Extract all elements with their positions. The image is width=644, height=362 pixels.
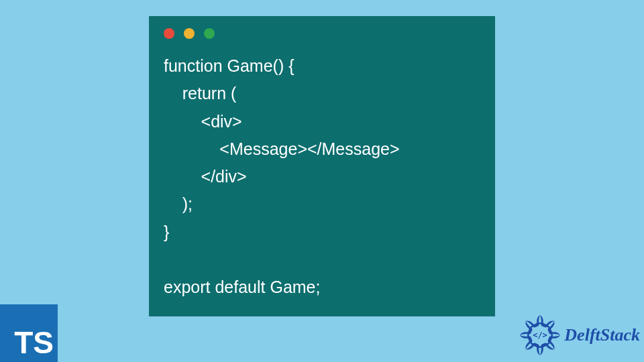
code-line: <Message></Message> xyxy=(164,139,400,158)
window-close-icon xyxy=(164,28,174,39)
code-line: <div> xyxy=(164,112,242,131)
code-block: function Game() { return ( <div> <Messag… xyxy=(164,52,480,301)
window-controls xyxy=(164,28,480,39)
delftstack-brand: </> DelftStack xyxy=(517,312,640,358)
typescript-badge-label: TS xyxy=(14,324,54,361)
window-maximize-icon xyxy=(204,28,215,39)
svg-text:</>: </> xyxy=(533,330,548,340)
code-line: function Game() { xyxy=(164,56,294,75)
code-line: </div> xyxy=(164,167,247,186)
delftstack-brand-text: DelftStack xyxy=(564,325,640,345)
code-line: export default Game; xyxy=(164,278,320,296)
typescript-badge: TS xyxy=(0,304,58,362)
delftstack-logo-icon: </> xyxy=(517,312,563,358)
code-window: function Game() { return ( <div> <Messag… xyxy=(149,16,495,316)
code-line: return ( xyxy=(164,84,236,103)
code-line: } xyxy=(164,223,169,241)
window-minimize-icon xyxy=(184,28,195,39)
code-line: ); xyxy=(164,194,193,213)
